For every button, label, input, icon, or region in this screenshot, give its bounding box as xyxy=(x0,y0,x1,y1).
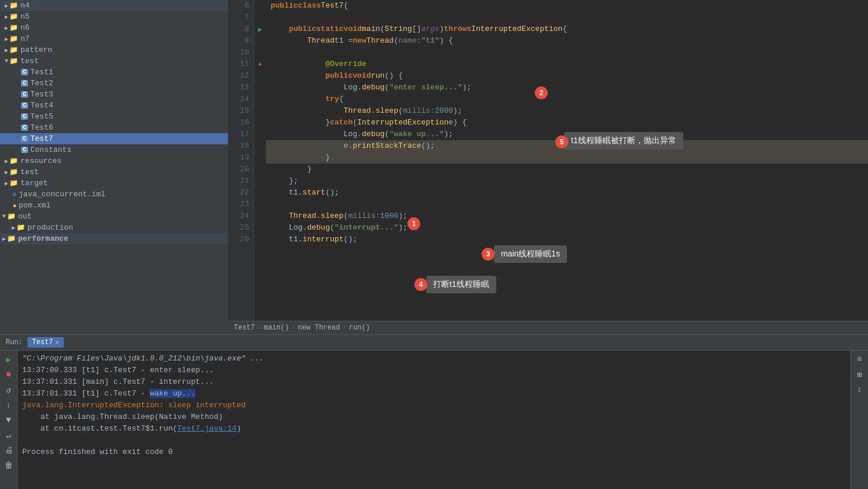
ln-25: 25 xyxy=(228,222,249,234)
sidebar-item-test3[interactable]: C Test3 xyxy=(0,89,228,100)
java-icon-test1: C xyxy=(21,69,28,75)
ln-6: 6 xyxy=(228,0,249,12)
java-icon-constants: C xyxy=(21,147,28,153)
sidebar-label-pattern: pattern xyxy=(20,46,53,54)
sidebar-label-performance: performance xyxy=(18,234,68,243)
arrow-n4[interactable]: ▶ xyxy=(5,2,8,9)
arrow-target[interactable]: ▶ xyxy=(5,180,8,187)
gutter-12 xyxy=(254,70,266,82)
ln-21: 21 xyxy=(228,175,249,187)
sidebar-item-production[interactable]: ▶ 📁 production xyxy=(0,222,228,233)
ln-15: 15 xyxy=(228,105,249,117)
output-line-3: 13:37:01.331 [t1] c.Test7 - wake up... xyxy=(22,388,846,400)
sidebar-item-pattern[interactable]: ▶ 📁 pattern xyxy=(0,44,228,56)
tooltip-main-sleep-text: main线程睡眠1s xyxy=(501,249,560,258)
right-toolbar-btn-3[interactable]: ↕ xyxy=(853,383,866,396)
run-stop-btn[interactable]: ■ xyxy=(2,368,15,381)
sidebar-item-test-root[interactable]: ▶ 📁 test xyxy=(0,167,228,178)
sidebar-label-iml: java_concurrent.iml xyxy=(19,190,105,199)
sidebar-label-test5: Test5 xyxy=(30,112,53,121)
sidebar-label-n6: n6 xyxy=(20,23,30,32)
sidebar-item-test1[interactable]: C Test1 xyxy=(0,67,228,78)
java-icon-test2: C xyxy=(21,80,28,86)
gutter-14 xyxy=(254,93,266,105)
gutter-8[interactable]: ▶ xyxy=(254,23,266,35)
sidebar-item-test5[interactable]: C Test5 xyxy=(0,111,228,122)
gutter-15 xyxy=(254,105,266,117)
sidebar-item-iml[interactable]: ⚙ java_concurrent.iml xyxy=(0,189,228,200)
sidebar-item-test4[interactable]: C Test4 xyxy=(0,100,228,111)
arrow-n6[interactable]: ▶ xyxy=(5,25,8,32)
run-tab-name: Test7 xyxy=(32,338,53,346)
run-tab-test7[interactable]: Test7 ✕ xyxy=(27,337,64,348)
sidebar-item-n6[interactable]: ▶ 📁 n6 xyxy=(0,22,228,33)
folder-icon-resources: 📁 xyxy=(9,157,18,165)
arrow-pattern[interactable]: ▶ xyxy=(5,47,8,54)
arrow-out[interactable]: ▼ xyxy=(2,213,6,220)
sidebar-label-test6: Test6 xyxy=(30,123,53,132)
sidebar-item-out[interactable]: ▼ 📁 out xyxy=(0,211,228,222)
breadcrumb-newthread[interactable]: new Thread xyxy=(298,324,340,332)
ln-19: 19 xyxy=(228,152,249,164)
run-right-toolbar: ≡ ⊞ ↕ xyxy=(850,351,868,489)
run-rerun-btn[interactable]: ↺ xyxy=(2,383,15,396)
sidebar-label-test3: Test3 xyxy=(30,90,53,99)
ln-20: 20 xyxy=(228,164,249,175)
sidebar-item-pom[interactable]: ◆ pom.xml xyxy=(0,200,228,211)
sidebar-label-test1: Test1 xyxy=(30,68,53,77)
right-toolbar-btn-1[interactable]: ≡ xyxy=(853,353,866,366)
run-output[interactable]: "C:\Program Files\Java\jdk1.8.0_212\bin\… xyxy=(18,351,850,489)
test7-link[interactable]: Test7.java:14 xyxy=(177,424,236,433)
sidebar-label-n7: n7 xyxy=(20,34,30,43)
tooltip-interrupt-t1-text: 打断t1线程睡眠 xyxy=(433,279,489,289)
run-wrap-btn[interactable]: ↵ xyxy=(2,429,15,442)
java-icon-test7: C xyxy=(21,136,28,142)
java-icon-test6: C xyxy=(21,124,28,131)
tooltip-t1-interrupted: t1线程睡眠被打断，抛出异常 xyxy=(564,132,683,150)
arrow-performance[interactable]: ▶ xyxy=(2,235,6,242)
arrow-production[interactable]: ▶ xyxy=(12,224,15,231)
breadcrumb-main[interactable]: main() xyxy=(264,324,289,332)
wake-highlight: wake up... xyxy=(150,389,195,398)
arrow-n7[interactable]: ▶ xyxy=(5,36,8,43)
sidebar-item-test2[interactable]: C Test2 xyxy=(0,78,228,89)
sidebar-item-resources[interactable]: ▶ 📁 resources xyxy=(0,155,228,167)
sidebar-item-constants[interactable]: C Constants xyxy=(0,144,228,155)
run-trash-btn[interactable]: 🗑 xyxy=(2,459,15,472)
code-line-9: Thread t1 = new Thread( name: "t1") { xyxy=(266,35,868,47)
run-content: ▶ ■ ↺ ↓ ▼ ↵ 🖨 🗑 "C:\Program Files\Java\j… xyxy=(0,351,868,489)
gutter-13 xyxy=(254,82,266,93)
arrow-resources[interactable]: ▶ xyxy=(5,158,8,165)
code-line-20: } xyxy=(266,164,868,175)
java-icon-test4: C xyxy=(21,102,28,109)
sidebar-item-test[interactable]: ▼ 📁 test xyxy=(0,56,228,67)
ln-14: 14 xyxy=(228,93,249,105)
arrow-n5[interactable]: ▶ xyxy=(5,13,8,20)
gutter-25 xyxy=(254,222,266,234)
code-line-15: Thread.sleep( millis: 2000); xyxy=(266,105,868,117)
arrow-test-root[interactable]: ▶ xyxy=(5,169,8,176)
sidebar-item-n5[interactable]: ▶ 📁 n5 xyxy=(0,11,228,22)
output-line-7 xyxy=(22,435,846,446)
code-line-10 xyxy=(266,47,868,58)
arrow-test[interactable]: ▼ xyxy=(5,58,8,64)
sidebar-item-test6[interactable]: C Test6 xyxy=(0,122,228,133)
sidebar-item-performance[interactable]: ▶ 📁 performance xyxy=(0,233,228,244)
run-icon-8[interactable]: ▶ xyxy=(258,25,262,34)
breadcrumb-test7[interactable]: Test7 xyxy=(234,324,255,332)
run-play-btn[interactable]: ▶ xyxy=(2,353,15,366)
sidebar-item-test7[interactable]: C Test7 xyxy=(0,133,228,144)
breadcrumb-run[interactable]: run() xyxy=(349,324,370,332)
sidebar-item-target[interactable]: ▶ 📁 target xyxy=(0,178,228,189)
sidebar-label-test4: Test4 xyxy=(30,101,53,110)
run-tab-close[interactable]: ✕ xyxy=(56,339,59,346)
right-toolbar-btn-2[interactable]: ⊞ xyxy=(853,368,866,381)
run-print-btn[interactable]: 🖨 xyxy=(2,444,15,457)
sidebar-item-n4[interactable]: ▶ 📁 n4 xyxy=(0,0,228,11)
code-content[interactable]: public class Test7 { public static void … xyxy=(266,0,868,321)
run-scroll-down-btn[interactable]: ↓ xyxy=(2,398,15,411)
code-editor: 6 7 8 9 10 11 12 13 14 15 16 17 18 19 20… xyxy=(228,0,868,321)
breadcrumb-sep-3: › xyxy=(343,324,347,332)
sidebar-item-n7[interactable]: ▶ 📁 n7 xyxy=(0,33,228,44)
run-filter-btn[interactable]: ▼ xyxy=(2,414,15,426)
